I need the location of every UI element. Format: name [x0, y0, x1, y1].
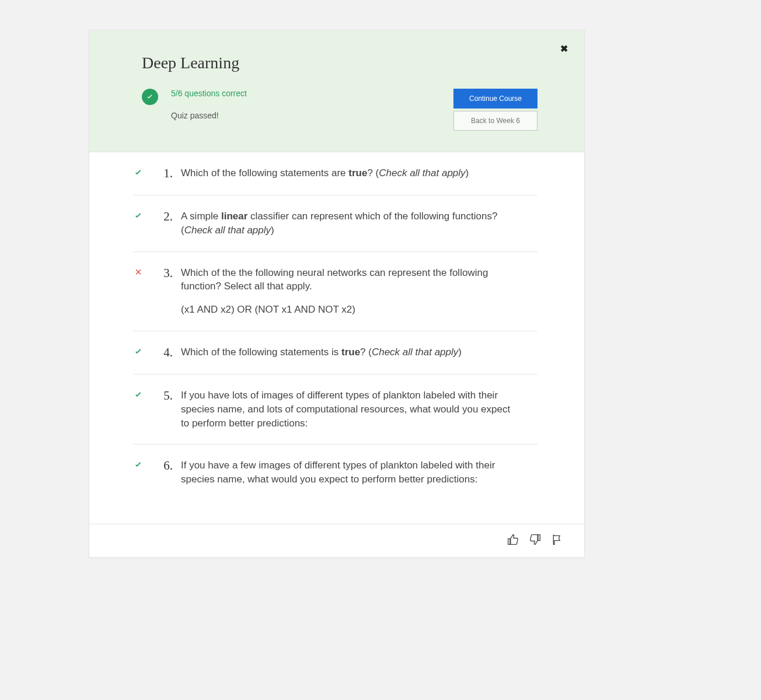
question-text: A simple linear classifier can represent…	[181, 209, 537, 237]
check-icon	[133, 459, 151, 487]
question-row[interactable]: 1.Which of the following statements are …	[133, 152, 537, 195]
close-icon[interactable]: ✖	[560, 43, 568, 54]
thumbs-up-icon[interactable]	[507, 534, 519, 548]
question-text: Which of the following statements are tr…	[181, 166, 537, 181]
continue-course-button[interactable]: Continue Course	[453, 89, 537, 108]
question-row[interactable]: 4.Which of the following statements is t…	[133, 331, 537, 374]
check-icon	[133, 166, 151, 181]
back-to-week-button[interactable]: Back to Week 6	[453, 111, 537, 131]
score-text: 5/6 questions correct	[171, 89, 247, 98]
flag-icon[interactable]	[551, 534, 563, 548]
check-icon	[133, 209, 151, 237]
question-number: 4.	[151, 345, 181, 360]
question-number: 3.	[151, 266, 181, 317]
cross-icon	[133, 266, 151, 317]
question-row[interactable]: 2.A simple linear classifier can represe…	[133, 195, 537, 252]
check-icon	[133, 345, 151, 360]
question-number: 2.	[151, 209, 181, 237]
question-number: 5.	[151, 388, 181, 430]
check-circle-icon	[142, 89, 158, 105]
question-text: If you have a few images of different ty…	[181, 459, 537, 487]
feedback-footer	[89, 524, 584, 557]
question-text: Which of the the following neural networ…	[181, 266, 537, 317]
question-number: 6.	[151, 459, 181, 487]
quiz-title: Deep Learning	[142, 54, 537, 72]
question-row[interactable]: 3.Which of the the following neural netw…	[133, 252, 537, 331]
question-number: 1.	[151, 166, 181, 181]
question-text: If you have lots of images of different …	[181, 388, 537, 430]
question-row[interactable]: 6.If you have a few images of different …	[133, 444, 537, 501]
questions-list: 1.Which of the following statements are …	[89, 152, 584, 501]
check-icon	[133, 388, 151, 430]
thumbs-down-icon[interactable]	[529, 534, 541, 548]
quiz-results-card: ✖ Deep Learning 5/6 questions correct Qu…	[89, 30, 585, 558]
passed-text: Quiz passed!	[171, 111, 247, 120]
question-text: Which of the following statements is tru…	[181, 345, 537, 360]
question-row[interactable]: 5.If you have lots of images of differen…	[133, 374, 537, 444]
results-header: ✖ Deep Learning 5/6 questions correct Qu…	[89, 30, 584, 152]
